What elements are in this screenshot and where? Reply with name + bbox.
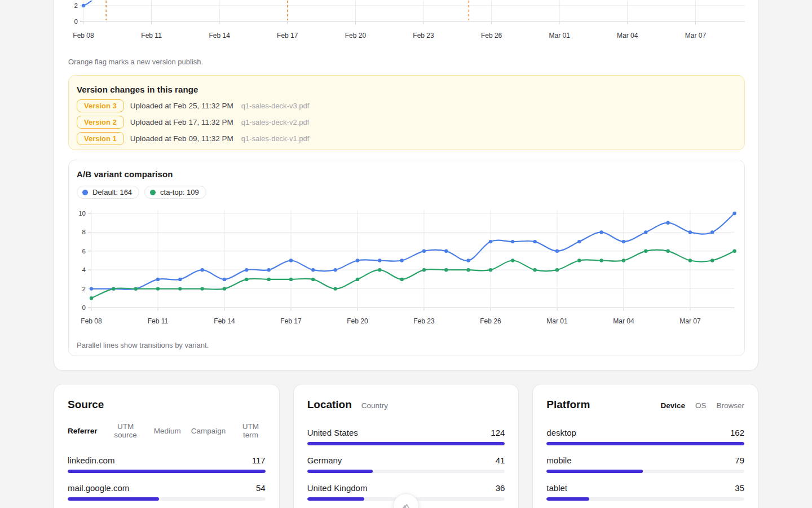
tab-referrer[interactable]: Referrer [68,422,98,439]
version-badge-version-3[interactable]: Version 3 [77,99,124,112]
stat-bar [546,442,744,445]
analytics-page: 20Feb 08Feb 11Feb 14Feb 17Feb 20Feb 23Fe… [0,0,812,508]
legend-item-default[interactable]: Default: 164 [77,186,139,199]
svg-text:Feb 14: Feb 14 [209,32,231,40]
stat-bar [307,442,505,445]
tab-os[interactable]: OS [695,401,707,410]
svg-text:8: 8 [82,229,86,235]
svg-text:Feb 11: Feb 11 [141,32,162,40]
location-card-header: Location Country [307,398,505,411]
breakdown-cards-row: Source ReferrerUTM sourceMediumCampaignU… [54,384,758,508]
version-badge-version-2[interactable]: Version 2 [77,116,124,129]
platform-rows: desktop162mobile79tablet35 [546,428,744,501]
svg-text:Feb 17: Feb 17 [277,32,298,40]
svg-text:0: 0 [74,18,78,25]
version-changes-panel: Version changes in this range Version 3U… [68,75,745,150]
stat-label: linkedin.com [68,456,114,465]
legend-label: cta-top: 109 [160,188,199,196]
version-panel-title: Version changes in this range [77,85,736,94]
stat-value: 54 [256,483,266,493]
svg-text:Feb 23: Feb 23 [413,317,435,325]
version-row-version-2: Version 2Uploaded at Feb 17, 11:32 PMq1-… [77,116,736,129]
svg-text:Mar 04: Mar 04 [613,317,634,325]
ab-comparison-chart: 0246810Feb 08Feb 11Feb 14Feb 17Feb 20Feb… [69,204,745,326]
location-rows: United States124Germany41United Kingdom3… [307,428,505,501]
stat-value: 79 [735,456,744,465]
stat-row-united-states: United States124 [307,428,505,445]
mountains-icon [400,500,412,508]
stat-value: 35 [735,483,744,493]
svg-text:Feb 26: Feb 26 [480,317,501,325]
svg-text:Feb 11: Feb 11 [148,317,169,325]
platform-card: Platform DeviceOSBrowser desktop162mobil… [532,384,758,508]
tab-campaign[interactable]: Campaign [191,422,226,439]
tab-device[interactable]: Device [660,401,685,410]
stat-row-tablet: tablet35 [546,483,744,501]
stat-label: mail.google.com [68,483,129,493]
stat-label: Germany [307,456,342,465]
svg-text:Feb 26: Feb 26 [481,32,502,40]
version-badge-version-1[interactable]: Version 1 [77,132,124,145]
tab-utm-source[interactable]: UTM source [108,422,144,439]
svg-text:Feb 14: Feb 14 [214,317,235,325]
series-views [82,1,99,7]
stat-row-mail-google-com: mail.google.com54 [68,483,266,501]
ab-panel-title: A/B variant comparison [77,169,736,179]
stat-bar [546,497,744,501]
svg-text:0: 0 [82,304,86,311]
stat-label: United Kingdom [307,483,368,493]
version-row-version-3: Version 3Uploaded at Feb 25, 11:32 PMq1-… [77,99,736,112]
svg-text:Mar 01: Mar 01 [549,32,571,40]
tab-utm-term[interactable]: UTM term [236,422,265,439]
ab-chart-legend: Default: 164cta-top: 109 [77,186,736,199]
svg-text:Feb 20: Feb 20 [347,317,368,325]
version-uploaded-text: Uploaded at Feb 17, 11:32 PM [130,118,233,126]
stat-label: tablet [546,483,567,493]
stat-value: 36 [496,483,505,493]
version-file-name: q1-sales-deck-v1.pdf [241,134,310,143]
version-file-name: q1-sales-deck-v2.pdf [241,118,310,126]
tab-browser[interactable]: Browser [717,401,745,410]
svg-text:Feb 20: Feb 20 [345,32,367,40]
legend-item-cta-top[interactable]: cta-top: 109 [144,186,206,199]
svg-text:6: 6 [82,248,86,255]
version-file-name: q1-sales-deck-v3.pdf [241,102,310,110]
svg-text:Feb 08: Feb 08 [73,32,94,40]
version-uploaded-text: Uploaded at Feb 25, 11:32 PM [130,102,233,110]
source-card-title: Source [68,398,104,411]
stat-row-desktop: desktop162 [546,428,744,445]
svg-text:4: 4 [82,266,86,273]
source-card: Source ReferrerUTM sourceMediumCampaignU… [54,384,280,508]
platform-tabs: DeviceOSBrowser [660,401,744,410]
svg-text:Feb 17: Feb 17 [280,317,302,325]
ab-chart-note: Parallel lines show transitions by varia… [77,341,209,349]
source-tabs: ReferrerUTM sourceMediumCampaignUTM term [68,422,266,439]
svg-text:Mar 04: Mar 04 [617,32,638,40]
stat-value: 162 [730,428,744,437]
svg-text:Feb 08: Feb 08 [81,317,102,325]
stat-bar [307,470,505,473]
stat-value: 41 [496,456,505,465]
location-card: Location Country United States124Germany… [293,384,519,508]
legend-dot [82,190,88,195]
tab-medium[interactable]: Medium [154,422,181,439]
tab-country[interactable]: Country [361,401,388,410]
version-uploaded-text: Uploaded at Feb 09, 11:32 PM [130,134,233,143]
svg-text:Mar 07: Mar 07 [685,32,707,40]
legend-label: Default: 164 [92,188,132,196]
stat-row-germany: Germany41 [307,456,505,473]
version-row-version-1: Version 1Uploaded at Feb 09, 11:32 PMq1-… [77,132,736,145]
svg-text:2: 2 [82,286,86,292]
platform-card-header: Platform DeviceOSBrowser [546,398,744,411]
stat-bar [68,497,266,501]
svg-text:2: 2 [74,2,78,9]
stat-label: mobile [546,456,571,465]
views-over-time-chart: 20Feb 08Feb 11Feb 14Feb 17Feb 20Feb 23Fe… [54,1,759,45]
series-cta-top [90,249,736,300]
stat-label: United States [307,428,358,437]
location-tabs: Country [361,401,388,410]
grid [80,1,745,24]
svg-text:10: 10 [78,210,86,217]
stat-value: 124 [491,428,505,437]
source-rows: linkedin.com117mail.google.com54direct48 [68,456,266,508]
